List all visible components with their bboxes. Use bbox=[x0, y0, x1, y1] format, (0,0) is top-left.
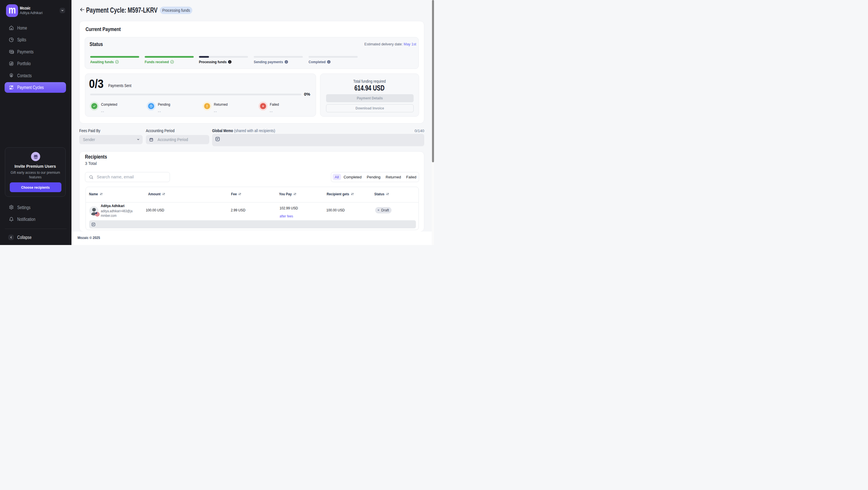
svg-text:i: i bbox=[286, 61, 287, 63]
svg-text:i: i bbox=[329, 61, 329, 63]
svg-text:i: i bbox=[229, 61, 230, 63]
